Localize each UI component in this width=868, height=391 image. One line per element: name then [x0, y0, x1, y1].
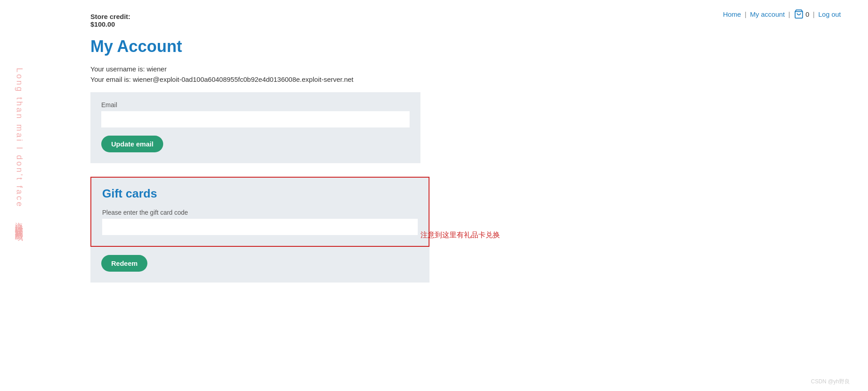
cart-area[interactable]: 0 — [794, 9, 809, 19]
gift-card-input[interactable] — [102, 219, 418, 235]
home-link[interactable]: Home — [723, 10, 741, 18]
watermark-text-1: Long than mai I don't face — [14, 68, 24, 208]
watermark-left: Long than mai I don't face 海浪经拍打我的脸哦 — [14, 68, 24, 228]
store-credit-section: Store credit: $100.00 — [90, 13, 130, 28]
email-field-label: Email — [101, 101, 410, 108]
gift-card-field-label: Please enter the gift card code — [102, 209, 418, 216]
update-email-button[interactable]: Update email — [101, 136, 163, 152]
my-account-link[interactable]: My account — [750, 10, 785, 18]
cart-icon — [794, 9, 804, 19]
gift-cards-section: Gift cards Please enter the gift card co… — [91, 178, 429, 246]
page-title: My Account — [90, 37, 778, 56]
nav-separator-1: | — [745, 10, 746, 18]
redeem-button[interactable]: Redeem — [101, 255, 147, 272]
annotation-text: 注意到这里有礼品卡兑换 — [420, 231, 500, 240]
main-content: My Account Your username is: wiener Your… — [90, 37, 778, 283]
store-credit-amount: $100.00 — [90, 20, 130, 28]
email-info: Your email is: wiener@exploit-0ad100a604… — [90, 75, 778, 83]
nav-separator-2: | — [788, 10, 790, 18]
cart-count: 0 — [806, 10, 809, 18]
csdn-watermark: CSDN @yh野良 — [811, 378, 850, 386]
store-credit-label: Store credit: — [90, 13, 130, 20]
watermark-text-2: 海浪经拍打我的脸哦 — [14, 216, 24, 228]
nav-separator-3: | — [813, 10, 815, 18]
email-input[interactable] — [101, 111, 410, 127]
username-info: Your username is: wiener — [90, 65, 778, 73]
gift-cards-title: Gift cards — [102, 187, 418, 201]
logout-link[interactable]: Log out — [818, 10, 841, 18]
redeem-section: Redeem — [90, 247, 429, 283]
email-update-section: Email Update email — [90, 92, 420, 163]
gift-cards-wrapper: Gift cards Please enter the gift card co… — [90, 177, 429, 247]
